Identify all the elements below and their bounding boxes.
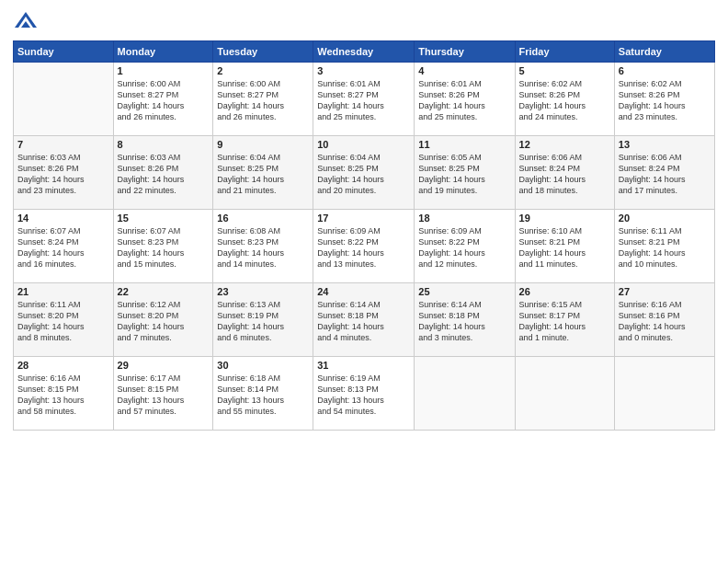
calendar-cell bbox=[14, 63, 114, 136]
weekday-header-saturday: Saturday bbox=[614, 41, 714, 63]
calendar-cell: 30Sunrise: 6:18 AM Sunset: 8:14 PM Dayli… bbox=[213, 357, 313, 431]
cell-info-text: Sunrise: 6:05 AM Sunset: 8:25 PM Dayligh… bbox=[418, 152, 510, 197]
cell-day-number: 2 bbox=[217, 65, 309, 76]
cell-day-number: 21 bbox=[17, 286, 109, 297]
cell-info-text: Sunrise: 6:02 AM Sunset: 8:26 PM Dayligh… bbox=[519, 78, 610, 123]
calendar-cell: 22Sunrise: 6:12 AM Sunset: 8:20 PM Dayli… bbox=[113, 283, 213, 357]
cell-day-number: 11 bbox=[418, 139, 510, 150]
cell-info-text: Sunrise: 6:14 AM Sunset: 8:18 PM Dayligh… bbox=[317, 299, 410, 344]
cell-day-number: 18 bbox=[418, 213, 510, 224]
calendar-cell: 12Sunrise: 6:06 AM Sunset: 8:24 PM Dayli… bbox=[515, 136, 614, 210]
cell-day-number: 14 bbox=[17, 213, 109, 224]
cell-info-text: Sunrise: 6:17 AM Sunset: 8:15 PM Dayligh… bbox=[118, 373, 210, 418]
cell-day-number: 13 bbox=[619, 139, 711, 150]
calendar-cell: 17Sunrise: 6:09 AM Sunset: 8:22 PM Dayli… bbox=[313, 210, 415, 283]
cell-day-number: 27 bbox=[619, 286, 711, 297]
cell-day-number: 29 bbox=[118, 360, 210, 371]
cell-info-text: Sunrise: 6:04 AM Sunset: 8:25 PM Dayligh… bbox=[317, 152, 410, 197]
calendar-cell: 5Sunrise: 6:02 AM Sunset: 8:26 PM Daylig… bbox=[515, 63, 614, 136]
calendar-cell: 1Sunrise: 6:00 AM Sunset: 8:27 PM Daylig… bbox=[113, 63, 213, 136]
calendar-week-row: 14Sunrise: 6:07 AM Sunset: 8:24 PM Dayli… bbox=[14, 210, 715, 283]
calendar-page: SundayMondayTuesdayWednesdayThursdayFrid… bbox=[0, 0, 728, 563]
cell-day-number: 22 bbox=[118, 286, 210, 297]
cell-day-number: 24 bbox=[317, 286, 410, 297]
logo bbox=[13, 9, 42, 35]
cell-day-number: 31 bbox=[317, 360, 410, 371]
weekday-header-sunday: Sunday bbox=[14, 41, 114, 63]
cell-day-number: 3 bbox=[317, 65, 410, 76]
cell-day-number: 30 bbox=[217, 360, 309, 371]
cell-info-text: Sunrise: 6:19 AM Sunset: 8:13 PM Dayligh… bbox=[317, 373, 410, 418]
calendar-cell: 2Sunrise: 6:00 AM Sunset: 8:27 PM Daylig… bbox=[213, 63, 313, 136]
cell-info-text: Sunrise: 6:15 AM Sunset: 8:17 PM Dayligh… bbox=[519, 299, 610, 344]
calendar-cell: 14Sunrise: 6:07 AM Sunset: 8:24 PM Dayli… bbox=[14, 210, 114, 283]
calendar-body: 1Sunrise: 6:00 AM Sunset: 8:27 PM Daylig… bbox=[14, 63, 715, 431]
cell-day-number: 10 bbox=[317, 139, 410, 150]
calendar-cell: 3Sunrise: 6:01 AM Sunset: 8:27 PM Daylig… bbox=[313, 63, 415, 136]
weekday-header-wednesday: Wednesday bbox=[313, 41, 415, 63]
calendar-cell: 16Sunrise: 6:08 AM Sunset: 8:23 PM Dayli… bbox=[213, 210, 313, 283]
calendar-week-row: 28Sunrise: 6:16 AM Sunset: 8:15 PM Dayli… bbox=[14, 357, 715, 431]
cell-day-number: 15 bbox=[118, 213, 210, 224]
cell-info-text: Sunrise: 6:06 AM Sunset: 8:24 PM Dayligh… bbox=[619, 152, 711, 197]
cell-day-number: 20 bbox=[619, 213, 711, 224]
cell-day-number: 19 bbox=[519, 213, 610, 224]
cell-day-number: 6 bbox=[619, 65, 711, 76]
calendar-cell: 24Sunrise: 6:14 AM Sunset: 8:18 PM Dayli… bbox=[313, 283, 415, 357]
cell-info-text: Sunrise: 6:12 AM Sunset: 8:20 PM Dayligh… bbox=[118, 299, 210, 344]
cell-info-text: Sunrise: 6:00 AM Sunset: 8:27 PM Dayligh… bbox=[217, 78, 309, 123]
calendar-cell: 7Sunrise: 6:03 AM Sunset: 8:26 PM Daylig… bbox=[14, 136, 114, 210]
calendar-cell: 11Sunrise: 6:05 AM Sunset: 8:25 PM Dayli… bbox=[415, 136, 515, 210]
cell-day-number: 5 bbox=[519, 65, 610, 76]
calendar-cell bbox=[415, 357, 515, 431]
calendar-cell: 21Sunrise: 6:11 AM Sunset: 8:20 PM Dayli… bbox=[14, 283, 114, 357]
cell-day-number: 7 bbox=[17, 139, 109, 150]
calendar-week-row: 7Sunrise: 6:03 AM Sunset: 8:26 PM Daylig… bbox=[14, 136, 715, 210]
cell-info-text: Sunrise: 6:16 AM Sunset: 8:16 PM Dayligh… bbox=[619, 299, 711, 344]
cell-info-text: Sunrise: 6:03 AM Sunset: 8:26 PM Dayligh… bbox=[17, 152, 109, 197]
calendar-cell: 19Sunrise: 6:10 AM Sunset: 8:21 PM Dayli… bbox=[515, 210, 614, 283]
cell-day-number: 12 bbox=[519, 139, 610, 150]
cell-day-number: 16 bbox=[217, 213, 309, 224]
cell-info-text: Sunrise: 6:10 AM Sunset: 8:21 PM Dayligh… bbox=[519, 225, 610, 270]
weekday-header-row: SundayMondayTuesdayWednesdayThursdayFrid… bbox=[14, 41, 715, 63]
weekday-header-friday: Friday bbox=[515, 41, 614, 63]
cell-info-text: Sunrise: 6:03 AM Sunset: 8:26 PM Dayligh… bbox=[118, 152, 210, 197]
cell-info-text: Sunrise: 6:07 AM Sunset: 8:23 PM Dayligh… bbox=[118, 225, 210, 270]
calendar-cell: 27Sunrise: 6:16 AM Sunset: 8:16 PM Dayli… bbox=[614, 283, 714, 357]
cell-info-text: Sunrise: 6:00 AM Sunset: 8:27 PM Dayligh… bbox=[118, 78, 210, 123]
cell-day-number: 25 bbox=[418, 286, 510, 297]
cell-info-text: Sunrise: 6:14 AM Sunset: 8:18 PM Dayligh… bbox=[418, 299, 510, 344]
calendar-cell: 15Sunrise: 6:07 AM Sunset: 8:23 PM Dayli… bbox=[113, 210, 213, 283]
cell-info-text: Sunrise: 6:09 AM Sunset: 8:22 PM Dayligh… bbox=[418, 225, 510, 270]
calendar-cell: 20Sunrise: 6:11 AM Sunset: 8:21 PM Dayli… bbox=[614, 210, 714, 283]
header bbox=[13, 9, 715, 35]
calendar-cell: 13Sunrise: 6:06 AM Sunset: 8:24 PM Dayli… bbox=[614, 136, 714, 210]
cell-info-text: Sunrise: 6:07 AM Sunset: 8:24 PM Dayligh… bbox=[17, 225, 109, 270]
calendar-table: SundayMondayTuesdayWednesdayThursdayFrid… bbox=[13, 40, 715, 431]
cell-info-text: Sunrise: 6:18 AM Sunset: 8:14 PM Dayligh… bbox=[217, 373, 309, 418]
cell-day-number: 23 bbox=[217, 286, 309, 297]
calendar-cell: 10Sunrise: 6:04 AM Sunset: 8:25 PM Dayli… bbox=[313, 136, 415, 210]
cell-day-number: 9 bbox=[217, 139, 309, 150]
cell-info-text: Sunrise: 6:04 AM Sunset: 8:25 PM Dayligh… bbox=[217, 152, 309, 197]
cell-info-text: Sunrise: 6:01 AM Sunset: 8:27 PM Dayligh… bbox=[317, 78, 410, 123]
calendar-cell bbox=[614, 357, 714, 431]
cell-day-number: 26 bbox=[519, 286, 610, 297]
calendar-week-row: 21Sunrise: 6:11 AM Sunset: 8:20 PM Dayli… bbox=[14, 283, 715, 357]
cell-day-number: 28 bbox=[17, 360, 109, 371]
calendar-header: SundayMondayTuesdayWednesdayThursdayFrid… bbox=[14, 41, 715, 63]
cell-info-text: Sunrise: 6:09 AM Sunset: 8:22 PM Dayligh… bbox=[317, 225, 410, 270]
cell-info-text: Sunrise: 6:13 AM Sunset: 8:19 PM Dayligh… bbox=[217, 299, 309, 344]
cell-info-text: Sunrise: 6:11 AM Sunset: 8:20 PM Dayligh… bbox=[17, 299, 109, 344]
cell-info-text: Sunrise: 6:01 AM Sunset: 8:26 PM Dayligh… bbox=[418, 78, 510, 123]
calendar-cell: 18Sunrise: 6:09 AM Sunset: 8:22 PM Dayli… bbox=[415, 210, 515, 283]
weekday-header-tuesday: Tuesday bbox=[213, 41, 313, 63]
calendar-cell: 23Sunrise: 6:13 AM Sunset: 8:19 PM Dayli… bbox=[213, 283, 313, 357]
cell-info-text: Sunrise: 6:16 AM Sunset: 8:15 PM Dayligh… bbox=[17, 373, 109, 418]
calendar-cell: 26Sunrise: 6:15 AM Sunset: 8:17 PM Dayli… bbox=[515, 283, 614, 357]
calendar-cell: 28Sunrise: 6:16 AM Sunset: 8:15 PM Dayli… bbox=[14, 357, 114, 431]
weekday-header-monday: Monday bbox=[113, 41, 213, 63]
calendar-cell: 6Sunrise: 6:02 AM Sunset: 8:26 PM Daylig… bbox=[614, 63, 714, 136]
cell-info-text: Sunrise: 6:06 AM Sunset: 8:24 PM Dayligh… bbox=[519, 152, 610, 197]
